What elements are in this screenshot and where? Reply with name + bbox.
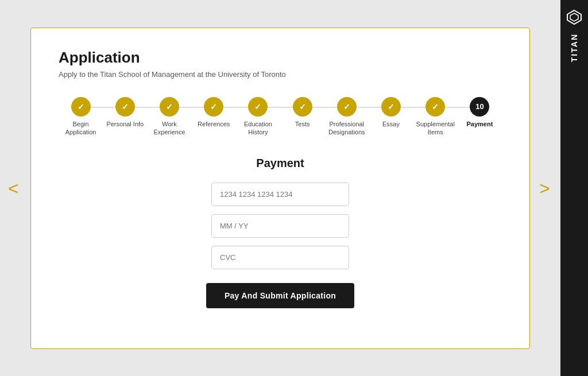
- step-5-circle: ✓: [248, 97, 268, 117]
- step-4-label: References: [198, 120, 230, 128]
- step-6-circle: ✓: [293, 97, 312, 117]
- step-8-label: Essay: [382, 120, 400, 128]
- expiry-input[interactable]: [211, 214, 349, 238]
- application-card: Application Apply to the Titan School of…: [30, 28, 530, 349]
- step-1-circle: ✓: [71, 97, 91, 117]
- step-references[interactable]: ✓ References: [192, 97, 236, 128]
- step-2-label: Personal Info: [106, 120, 144, 128]
- step-7-label: Professional Designations: [327, 120, 367, 137]
- page-title: Application: [59, 49, 502, 67]
- titan-logo-icon: [566, 9, 582, 25]
- card-number-input[interactable]: [211, 183, 349, 206]
- step-personal-info[interactable]: ✓ Personal Info: [103, 97, 147, 128]
- step-supplemental-items[interactable]: ✓ Supplemental Items: [413, 97, 458, 137]
- cvc-input[interactable]: [211, 246, 349, 269]
- step-10-label: Payment: [467, 120, 493, 128]
- step-9-circle: ✓: [425, 97, 445, 117]
- step-3-label: Work Experience: [149, 120, 189, 137]
- svg-marker-1: [570, 13, 578, 21]
- next-button[interactable]: >: [533, 172, 556, 204]
- payment-section: Payment Pay And Submit Application: [59, 157, 502, 308]
- step-8-circle: ✓: [381, 97, 401, 117]
- titan-sidebar: TITAN: [560, 0, 588, 376]
- step-6-label: Tests: [295, 120, 310, 128]
- step-professional-designations[interactable]: ✓ Professional Designations: [324, 97, 369, 137]
- step-1-label: Begin Application: [61, 120, 101, 137]
- step-3-circle: ✓: [160, 97, 179, 117]
- step-tests[interactable]: ✓ Tests: [280, 97, 324, 128]
- step-payment[interactable]: 10 Payment: [458, 97, 502, 128]
- step-9-label: Supplemental Items: [415, 120, 455, 137]
- step-begin-application[interactable]: ✓ Begin Application: [59, 97, 103, 137]
- step-10-circle: 10: [470, 97, 489, 117]
- submit-button[interactable]: Pay And Submit Application: [206, 283, 354, 308]
- step-work-experience[interactable]: ✓ Work Experience: [147, 97, 191, 137]
- step-essay[interactable]: ✓ Essay: [369, 97, 413, 128]
- svg-marker-0: [567, 10, 581, 24]
- progress-steps: ✓ Begin Application ✓ Personal Info ✓ Wo…: [59, 97, 502, 137]
- titan-brand-name: TITAN: [570, 33, 579, 62]
- step-7-circle: ✓: [337, 97, 357, 117]
- payment-title: Payment: [256, 157, 304, 170]
- step-education-history[interactable]: ✓ Education History: [236, 97, 280, 137]
- step-5-label: Education History: [238, 120, 278, 137]
- step-2-circle: ✓: [115, 97, 135, 117]
- page-subtitle: Apply to the Titan School of Management …: [59, 70, 502, 79]
- step-4-circle: ✓: [204, 97, 223, 117]
- prev-button[interactable]: <: [2, 172, 25, 204]
